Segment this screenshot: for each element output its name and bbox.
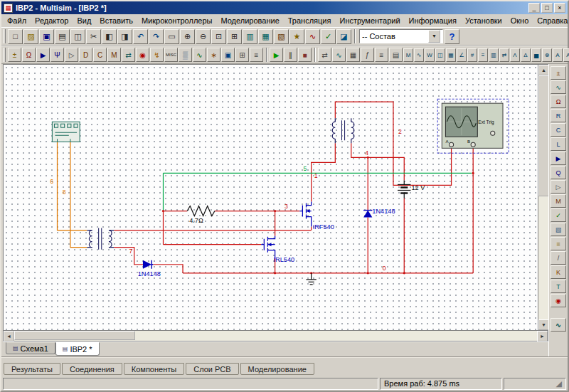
diode-group-icon[interactable]: ▶	[36, 48, 50, 62]
source-group-icon[interactable]: ±	[8, 48, 21, 62]
bus-icon[interactable]: ≡	[250, 48, 263, 62]
misc-digital-group-icon[interactable]: M	[107, 48, 121, 62]
scroll-right-icon[interactable]: ►	[537, 331, 548, 341]
transistor-group-icon[interactable]: Ψ	[50, 48, 64, 62]
mosfet-irf540-label[interactable]: IRF540	[313, 223, 334, 231]
grapher-icon[interactable]: ∿	[305, 29, 320, 44]
spreadsheet-tab[interactable]: Соединения	[62, 363, 122, 375]
in-use-list-value[interactable]	[360, 32, 428, 41]
measurement-probe-icon[interactable]: ∿	[551, 318, 566, 332]
four-channel-scope-icon[interactable]: ▦	[446, 48, 456, 62]
switch-virtual-icon[interactable]: /	[551, 251, 566, 265]
copy-icon[interactable]: ◧	[102, 29, 117, 44]
simulate-switch-icon[interactable]: ⇄	[318, 48, 331, 62]
transformer-top[interactable]	[332, 118, 354, 143]
close-button[interactable]: ×	[554, 3, 565, 13]
net-label-2[interactable]: 2	[398, 128, 402, 135]
project-bar-icon[interactable]: ▥	[243, 29, 257, 44]
resize-grip[interactable]: ◢	[556, 379, 562, 388]
misc-group-icon[interactable]: MISC	[164, 48, 178, 62]
net-label-7[interactable]: 7	[129, 248, 133, 255]
menu-item[interactable]: Справка	[533, 15, 569, 26]
run-simulation-icon[interactable]: ▶	[270, 48, 283, 62]
chevron-down-icon[interactable]: ▼	[428, 30, 440, 43]
power-group-icon[interactable]: ↯	[150, 48, 164, 62]
new-icon[interactable]: □	[8, 29, 23, 44]
in-use-list[interactable]: ▼	[359, 29, 443, 43]
analyses-icon[interactable]: ƒ	[361, 48, 374, 62]
sheet-tab-schema1[interactable]: ▤ Схема1	[6, 342, 55, 354]
zoom-area-icon[interactable]: ⊡	[211, 29, 226, 44]
network-analyzer-icon[interactable]: ⊗	[542, 48, 552, 62]
help-button[interactable]: ?	[445, 29, 459, 44]
diode-right-label[interactable]: 1N4148	[372, 208, 395, 215]
agilent-multimeter-icon[interactable]: A	[563, 48, 569, 62]
relay-virtual-icon[interactable]: K	[551, 265, 566, 279]
analog-group-icon[interactable]: ▷	[65, 48, 78, 62]
mixed-group-icon[interactable]: ⇄	[122, 48, 135, 62]
zoom-out-icon[interactable]: ⊖	[196, 29, 211, 44]
iv-analyzer-icon[interactable]: Λ	[510, 48, 520, 62]
full-screen-icon[interactable]: ▭	[164, 29, 179, 44]
signal-source-virtual-icon[interactable]: ∿	[551, 80, 566, 94]
transistor-virtual-icon[interactable]: Q	[551, 166, 566, 179]
erc-check-icon[interactable]: ✓	[321, 29, 336, 44]
frequency-counter-icon[interactable]: #	[467, 48, 477, 62]
indicator-group-icon[interactable]: ◉	[136, 48, 149, 62]
zoom-in-icon[interactable]: ⊕	[180, 29, 195, 44]
power-source-virtual-icon[interactable]: ±	[551, 66, 566, 80]
advanced-peripherals-group-icon[interactable]: ▒	[179, 48, 192, 62]
net-label-3[interactable]: 3	[284, 203, 288, 210]
basic-virtual-icon[interactable]: Ω	[551, 95, 566, 108]
minimize-button[interactable]: _	[528, 3, 540, 13]
simulation-log-icon[interactable]: ▤	[389, 48, 403, 62]
measurement-virtual-icon[interactable]: ◉	[551, 294, 566, 307]
spreadsheet-tab[interactable]: Результаты	[4, 363, 60, 375]
scroll-up-icon[interactable]: ▲	[538, 65, 549, 75]
spectrum-analyzer-icon[interactable]: ▅	[531, 48, 541, 62]
horizontal-scroll-thumb[interactable]	[14, 331, 135, 340]
mosfet-irf540[interactable]: IRF540	[299, 202, 334, 231]
battery-label[interactable]: 12 V	[411, 185, 425, 192]
spreadsheet-view-icon[interactable]: ▦	[258, 29, 273, 44]
mosfet-irl540-label[interactable]: IRL540	[274, 256, 295, 263]
scroll-down-icon[interactable]: ▼	[538, 319, 549, 330]
menu-item[interactable]: Файл	[3, 15, 31, 26]
oscilloscope-icon[interactable]: ◫	[435, 48, 445, 62]
save-icon[interactable]: ▣	[39, 29, 54, 44]
multimeter-icon[interactable]: M	[403, 48, 413, 62]
interactive-simulation-icon[interactable]: ∿	[332, 48, 346, 62]
net-label-8[interactable]: 8	[63, 189, 66, 196]
net-label-4[interactable]: 4	[365, 149, 368, 157]
ttl-group-icon[interactable]: D	[79, 48, 92, 62]
open-icon[interactable]: ▨	[23, 29, 38, 44]
ground-symbol[interactable]	[306, 273, 316, 285]
battery-virtual-icon[interactable]: ≡	[551, 237, 566, 250]
agilent-generator-icon[interactable]: A	[553, 48, 563, 62]
logic-analyzer-icon[interactable]: ▥	[489, 48, 499, 62]
vertical-scrollbar[interactable]: ▲ ▼	[538, 65, 548, 330]
print-preview-icon[interactable]: ◫	[70, 29, 85, 44]
bode-plotter-icon[interactable]: ∠	[457, 48, 467, 62]
cmos-group-icon[interactable]: C	[93, 48, 107, 62]
menu-item[interactable]: Вставить	[95, 15, 137, 26]
hierarchical-block-icon[interactable]: ⊞	[235, 48, 249, 62]
menu-item[interactable]: Трансляция	[284, 15, 336, 26]
menu-item[interactable]: Установки	[461, 15, 506, 26]
spreadsheet-tab[interactable]: Компоненты	[124, 363, 184, 375]
maximize-button[interactable]: □	[541, 3, 553, 13]
menu-item[interactable]: Инструментарий	[335, 15, 404, 26]
grapher-view-icon[interactable]: ▦	[346, 48, 360, 62]
spreadsheet-tab[interactable]: Слои PCB	[186, 363, 238, 375]
toolbar-grip[interactable]	[4, 48, 6, 62]
cut-icon[interactable]: ✂	[86, 29, 101, 44]
pause-simulation-icon[interactable]: ∥	[284, 48, 297, 62]
undo-icon[interactable]: ↶	[133, 29, 148, 44]
capacitor-virtual-icon[interactable]: C	[551, 123, 566, 137]
mcu-group-icon[interactable]: ▣	[221, 48, 235, 62]
net-label-1[interactable]: 1	[314, 172, 318, 179]
connector-component[interactable]	[52, 122, 80, 142]
menu-item[interactable]: Информация	[405, 15, 461, 26]
analog-virtual-icon[interactable]: ▷	[551, 180, 566, 194]
net-label-0[interactable]: 0	[383, 265, 386, 272]
